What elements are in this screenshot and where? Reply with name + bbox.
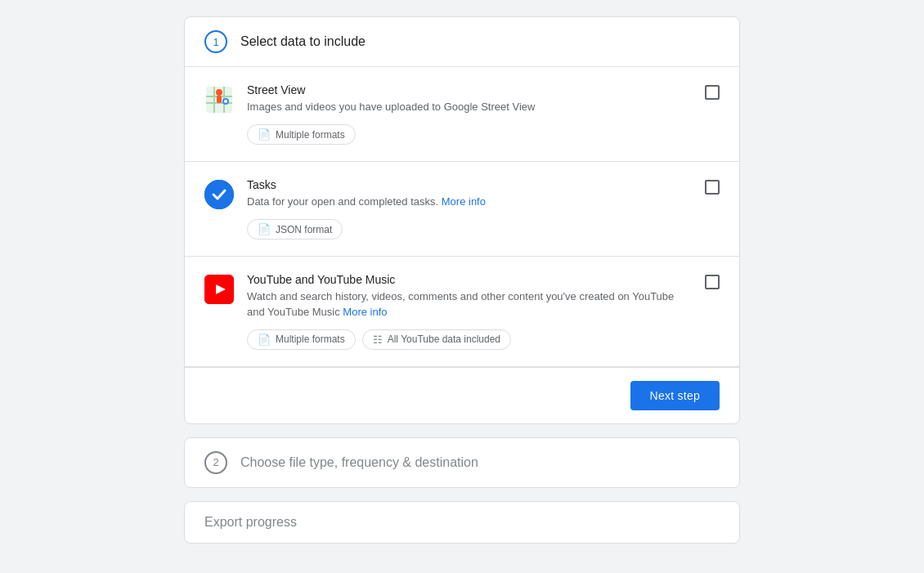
step1-card: 1 Select data to include <box>184 16 740 424</box>
street-view-info: Street View Images and videos you have u… <box>247 83 692 114</box>
page-container: 1 Select data to include <box>184 16 740 544</box>
export-progress-card: Export progress <box>184 501 740 544</box>
street-view-name: Street View <box>247 83 692 96</box>
youtube-desc: Watch and search history, videos, commen… <box>247 289 692 319</box>
street-view-icon <box>204 85 234 114</box>
step1-header: 1 Select data to include <box>185 17 739 67</box>
tasks-format-label: JSON format <box>276 224 332 235</box>
street-view-item: Street View Images and videos you have u… <box>185 67 739 162</box>
youtube-formats: 📄 Multiple formats ☷ All YouTube data in… <box>204 329 720 350</box>
street-view-format-label: Multiple formats <box>276 129 345 141</box>
tasks-name: Tasks <box>247 178 692 191</box>
street-view-formats: 📄 Multiple formats <box>204 124 720 145</box>
step2-number: 2 <box>204 451 227 474</box>
file-icon: 📄 <box>258 223 271 235</box>
svg-point-6 <box>216 89 222 96</box>
tasks-format-tag[interactable]: 📄 JSON format <box>247 219 343 239</box>
youtube-format-tag-1[interactable]: ☷ All YouTube data included <box>362 329 511 350</box>
youtube-name: YouTube and YouTube Music <box>247 273 692 286</box>
youtube-info: YouTube and YouTube Music Watch and sear… <box>247 273 692 319</box>
tasks-more-info-link[interactable]: More info <box>442 195 486 208</box>
export-progress-header: Export progress <box>185 502 739 543</box>
tasks-item: Tasks Data for your open and completed t… <box>185 162 739 257</box>
tasks-formats: 📄 JSON format <box>204 219 720 239</box>
youtube-checkbox[interactable] <box>705 275 720 289</box>
youtube-icon <box>204 275 234 304</box>
file-icon: 📄 <box>258 334 271 346</box>
tasks-info: Tasks Data for your open and completed t… <box>247 178 692 209</box>
step1-number: 1 <box>204 30 227 53</box>
step2-header: 2 Choose file type, frequency & destinat… <box>185 438 739 487</box>
tasks-icon <box>204 180 234 209</box>
youtube-item: YouTube and YouTube Music Watch and sear… <box>185 257 739 366</box>
step2-card: 2 Choose file type, frequency & destinat… <box>184 437 740 488</box>
youtube-more-info-link[interactable]: More info <box>343 306 387 318</box>
next-step-button[interactable]: Next step <box>630 381 720 410</box>
youtube-format-label-0: Multiple formats <box>276 334 345 345</box>
svg-rect-7 <box>217 96 222 103</box>
tasks-checkbox-area[interactable] <box>705 180 720 195</box>
youtube-format-tag-0[interactable]: 📄 Multiple formats <box>247 329 356 350</box>
street-view-checkbox[interactable] <box>705 85 720 100</box>
step1-title: Select data to include <box>240 34 366 49</box>
youtube-checkbox-area[interactable] <box>705 275 720 289</box>
youtube-format-label-1: All YouTube data included <box>388 334 500 345</box>
street-view-checkbox-area[interactable] <box>705 85 720 100</box>
step2-title: Choose file type, frequency & destinatio… <box>240 455 478 470</box>
svg-point-9 <box>224 100 227 103</box>
street-view-format-tag[interactable]: 📄 Multiple formats <box>247 124 356 145</box>
tasks-checkbox[interactable] <box>705 180 720 195</box>
file-icon: 📄 <box>258 128 271 141</box>
export-progress-title: Export progress <box>204 515 297 529</box>
street-view-desc: Images and videos you have uploaded to G… <box>247 100 692 114</box>
svg-point-10 <box>204 180 234 209</box>
next-step-bar: Next step <box>185 367 739 423</box>
tasks-desc: Data for your open and completed tasks. … <box>247 195 692 209</box>
list-icon: ☷ <box>373 334 383 346</box>
